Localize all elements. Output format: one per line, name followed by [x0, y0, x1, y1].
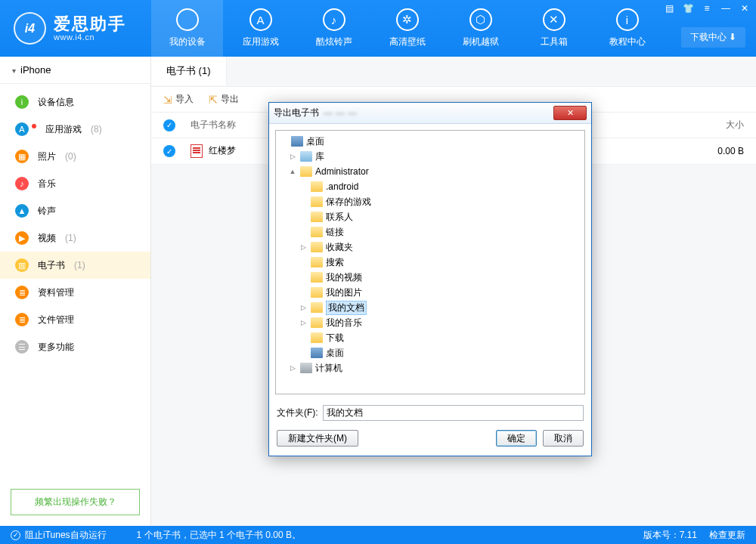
folder-label: 文件夹(F): — [277, 406, 318, 419]
tree-node[interactable]: ▷我的文档 — [277, 300, 583, 315]
tree-node[interactable]: ▷收藏夹 — [277, 240, 583, 255]
folder-tree[interactable]: 桌面▷库▲Administrator.android保存的游戏联系人链接▷收藏夹… — [275, 130, 585, 394]
ok-button[interactable]: 确定 — [496, 430, 537, 447]
folder-icon — [311, 332, 323, 343]
new-folder-button[interactable]: 新建文件夹(M) — [277, 430, 358, 447]
tree-node[interactable]: 我的图片 — [277, 285, 583, 300]
folder-icon — [311, 181, 323, 192]
folder-icon — [311, 196, 323, 207]
tree-arrow-icon: ▲ — [288, 168, 297, 175]
folder-input[interactable] — [323, 405, 584, 421]
folder-icon — [311, 257, 323, 267]
folder-icon — [291, 136, 303, 147]
folder-icon — [311, 302, 323, 313]
dialog-buttons: 新建文件夹(M) 确定 取消 — [269, 425, 591, 456]
cancel-button[interactable]: 取消 — [543, 430, 584, 447]
folder-icon — [311, 272, 323, 283]
folder-input-row: 文件夹(F): — [269, 400, 591, 425]
tree-node[interactable]: ▷计算机 — [277, 360, 583, 376]
tree-node[interactable]: 联系人 — [277, 209, 583, 224]
dialog-overlay: 导出电子书 ——— ✕ 桌面▷库▲Administrator.android保存… — [0, 0, 756, 544]
tree-node[interactable]: ▲Administrator — [277, 164, 583, 179]
folder-icon — [311, 348, 323, 358]
folder-icon — [300, 166, 312, 177]
tree-node[interactable]: 我的视频 — [277, 270, 583, 285]
dialog-close-button[interactable]: ✕ — [553, 106, 587, 120]
folder-icon — [311, 227, 323, 237]
folder-icon — [300, 151, 312, 162]
tree-arrow-icon: ▷ — [288, 364, 297, 372]
dialog-title: 导出电子书 — [274, 107, 319, 119]
tree-node[interactable]: 桌面 — [277, 345, 583, 360]
dialog-titlebar[interactable]: 导出电子书 ——— ✕ — [269, 103, 591, 124]
export-dialog: 导出电子书 ——— ✕ 桌面▷库▲Administrator.android保存… — [268, 102, 592, 456]
tree-arrow-icon: ▷ — [299, 304, 308, 311]
tree-arrow-icon: ▷ — [299, 319, 308, 326]
tree-node[interactable]: ▷库 — [277, 149, 583, 164]
folder-icon — [300, 363, 312, 373]
tree-arrow-icon: ▷ — [299, 243, 308, 251]
folder-icon — [311, 242, 323, 252]
tree-node[interactable]: 链接 — [277, 224, 583, 240]
folder-icon — [311, 212, 323, 222]
tree-node[interactable]: .android — [277, 179, 583, 194]
tree-node[interactable]: 桌面 — [277, 134, 583, 149]
tree-node[interactable]: 下载 — [277, 330, 583, 345]
tree-node[interactable]: 搜索 — [277, 255, 583, 270]
tree-node[interactable]: 保存的游戏 — [277, 194, 583, 209]
folder-icon — [311, 287, 323, 298]
folder-icon — [311, 317, 323, 328]
tree-arrow-icon: ▷ — [288, 153, 297, 160]
tree-node[interactable]: ▷我的音乐 — [277, 315, 583, 330]
